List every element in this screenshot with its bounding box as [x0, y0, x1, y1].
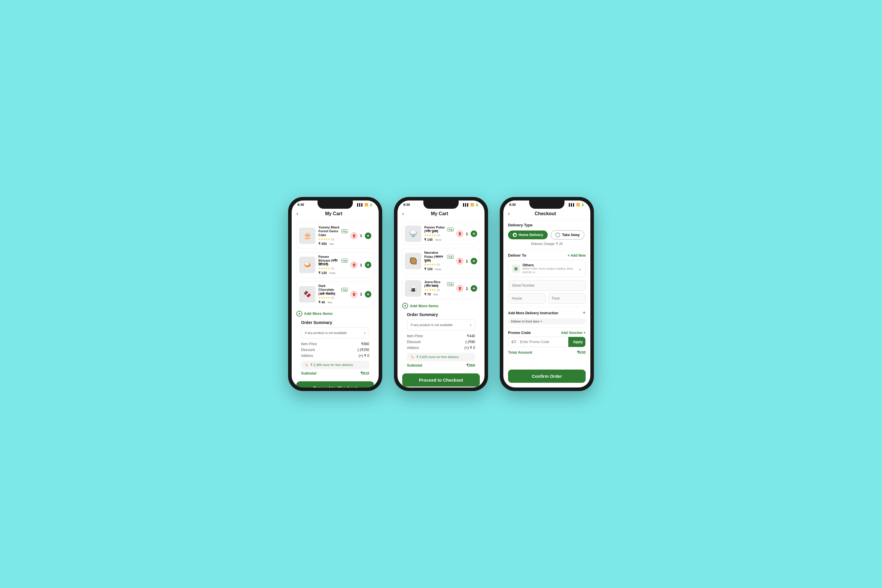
item-name-row-1-3: Dark Chocolate (डार्क चोकलेट) Veg: [318, 284, 348, 296]
availability-text-1: If any product is not available: [305, 331, 346, 334]
notch-1: [318, 201, 353, 209]
decrease-btn-1-3[interactable]: 🗑: [351, 291, 357, 297]
item-details-1-1: Yummy Black Forest Gems Cake Veg ★★★★★ (…: [318, 225, 348, 246]
add-new-address-btn[interactable]: + Add New: [568, 254, 586, 258]
promo-input-row: 🏷 Apply: [508, 337, 586, 347]
item-image-2-3: 🍙: [405, 280, 421, 297]
delivery-instruction-row: Add More Delivery Instruction +: [508, 310, 586, 316]
qty-num-1-2: 1: [359, 263, 363, 267]
battery-icon: 🔋: [369, 203, 373, 206]
availability-row-2[interactable]: If any product is not available ›: [407, 319, 475, 330]
delivery-charge: Delivery Charge: ₹ 20: [508, 242, 586, 246]
wifi-icon-2: 📶: [470, 203, 474, 206]
delivery-type-row: Home Delivery Take Away: [508, 230, 586, 240]
increase-btn-1-2[interactable]: +: [365, 262, 371, 268]
battery-icon-3: 🔋: [581, 203, 585, 206]
add-instruction-icon[interactable]: +: [582, 310, 586, 316]
stars-1-1: ★★★★★ (0): [318, 238, 348, 241]
increase-btn-2-3[interactable]: +: [471, 285, 477, 292]
decrease-btn-2-3[interactable]: 🗑: [457, 285, 463, 292]
decrease-btn-2-2[interactable]: 🗑: [457, 258, 463, 264]
signal-icon: ▌▌▌: [357, 203, 363, 206]
take-away-option[interactable]: Take Away: [550, 230, 584, 240]
veg-badge-2-1: Veg: [447, 228, 454, 231]
house-input[interactable]: [508, 293, 546, 304]
status-icons-3: ▌▌▌ 📶 🔋: [569, 203, 585, 206]
item-name-1-3: Dark Chocolate (डार्क चोकलेट): [318, 284, 340, 296]
add-more-items-1[interactable]: + Add More Items: [296, 311, 374, 316]
item-image-2-2: 🥘: [405, 253, 421, 269]
time-2: 8:30: [404, 203, 410, 206]
phones-container: 8:30 ▌▌▌ 📶 🔋 ‹ My Cart 🎂: [288, 197, 594, 391]
veg-badge-1-3: Veg: [341, 288, 348, 292]
item-details-2-1: Paneer Pulao (पनीर पुलाव) Veg ★★★★★ (0) …: [424, 225, 454, 242]
promo-code-input[interactable]: [518, 337, 566, 347]
address-type: Others: [522, 263, 576, 267]
decrease-btn-1-2[interactable]: 🗑: [351, 262, 357, 268]
checkout-button-1[interactable]: Proceed to Checkout: [296, 381, 374, 387]
veg-badge-2-3: Veg: [447, 282, 454, 286]
increase-btn-1-3[interactable]: +: [365, 291, 371, 297]
discount-icon-1: 🏷️: [304, 363, 309, 367]
notch-3: [529, 201, 564, 209]
wifi-icon: 📶: [364, 203, 368, 206]
take-away-label: Take Away: [562, 233, 579, 237]
order-summary-1: Order Summary If any product is not avai…: [296, 320, 374, 375]
back-button-1[interactable]: ‹: [296, 210, 298, 217]
stars-1-2: ★★★★★ (0): [318, 267, 348, 270]
checkout-button-2[interactable]: Proceed to Checkout: [402, 374, 480, 387]
increase-btn-2-1[interactable]: +: [471, 231, 477, 237]
cart-item-2-1: 🍚 Paneer Pulao (पनीर पुलाव) Veg ★★★★★ (0…: [402, 223, 480, 244]
veg-badge-1-1: Veg: [341, 230, 348, 233]
address-dropdown[interactable]: ⊞ Others 9GR4+CMM, Runni Saidpur Madhya,…: [508, 260, 586, 277]
item-name-2-2: Navratna Pulao (नवरत्न पुलाव): [424, 251, 446, 262]
delivery-type-label: Delivery Type: [508, 223, 586, 227]
time-1: 8:30: [297, 203, 304, 206]
stars-1-3: ★★★★★ (0): [318, 296, 348, 299]
screen-2: 🍚 Paneer Pulao (पनीर पुलाव) Veg ★★★★★ (0…: [398, 220, 484, 387]
header-title-1: My Cart: [300, 211, 367, 216]
signal-icon-2: ▌▌▌: [463, 203, 469, 206]
subtotal-row-1: Subtotal ₹610: [301, 371, 369, 375]
home-delivery-label: Home Delivery: [519, 233, 543, 237]
qty-num-1-3: 1: [359, 292, 363, 296]
wifi-icon-3: 📶: [576, 203, 580, 206]
qty-num-1-1: 1: [359, 233, 363, 238]
increase-btn-2-2[interactable]: +: [471, 258, 477, 264]
apply-button[interactable]: Apply: [568, 337, 586, 347]
item-details-1-2: Paneer Biriyani (पनीर बिरियानी) Veg ★★★★…: [318, 255, 348, 276]
cart-items-1: 🎂 Yummy Black Forest Gems Cake Veg ★★★★★…: [292, 220, 379, 381]
add-more-icon-1: +: [296, 311, 302, 316]
qty-controls-1-2: 🗑 1 +: [351, 262, 371, 268]
home-delivery-option[interactable]: Home Delivery: [508, 231, 548, 239]
order-summary-2: Order Summary If any product is not avai…: [402, 312, 480, 368]
add-voucher-btn[interactable]: Add Voucher +: [561, 331, 586, 335]
decrease-btn-2-1[interactable]: 🗑: [457, 231, 463, 237]
availability-row-1[interactable]: If any product is not available ›: [301, 327, 369, 338]
home-radio-filled: [513, 233, 517, 237]
item-price-1-2: ₹ 120 ₹150: [318, 270, 348, 275]
takeaway-radio: [555, 232, 560, 237]
street-number-input[interactable]: [508, 280, 586, 291]
item-price-1-3: ₹ 40 ₹60: [318, 299, 348, 304]
confirm-order-button[interactable]: Confirm Order: [508, 369, 586, 383]
decrease-btn-1-1[interactable]: 🗑: [351, 232, 357, 239]
delivery-instruction-label: Add More Delivery Instruction: [508, 311, 558, 315]
back-button-3[interactable]: ‹: [508, 210, 510, 217]
item-details-2-2: Navratna Pulao (नवरत्न पुलाव) Veg ★★★★★ …: [424, 251, 454, 272]
qty-controls-1-3: 🗑 1 +: [351, 291, 371, 297]
add-more-label-1: Add More Items: [304, 311, 333, 316]
item-price-row-1: Item Price ₹860: [301, 342, 369, 346]
item-details-2-3: Jeera Rice (जीरा चावल) Veg ★★★★★ (0) ₹ 7…: [424, 280, 454, 297]
increase-btn-1-1[interactable]: +: [365, 232, 371, 239]
delivery-instruction-tag: Deliver to front door ×: [508, 318, 586, 324]
back-button-2[interactable]: ‹: [402, 210, 404, 217]
header-title-2: My Cart: [406, 211, 473, 216]
item-name-2-3: Jeera Rice (जीरा चावल): [424, 280, 446, 288]
floor-input[interactable]: [548, 293, 586, 304]
add-more-items-2[interactable]: + Add More Items: [402, 303, 480, 309]
status-bar-2: 8:30 ▌▌▌ 📶 🔋: [398, 201, 484, 208]
promo-row: Promo Code Add Voucher +: [508, 330, 586, 335]
address-detail: 9GR4+CMM, Runni Saidpur Madhya, Bihar 84…: [522, 267, 576, 274]
status-bar-3: 8:30 ▌▌▌ 📶 🔋: [503, 201, 590, 208]
